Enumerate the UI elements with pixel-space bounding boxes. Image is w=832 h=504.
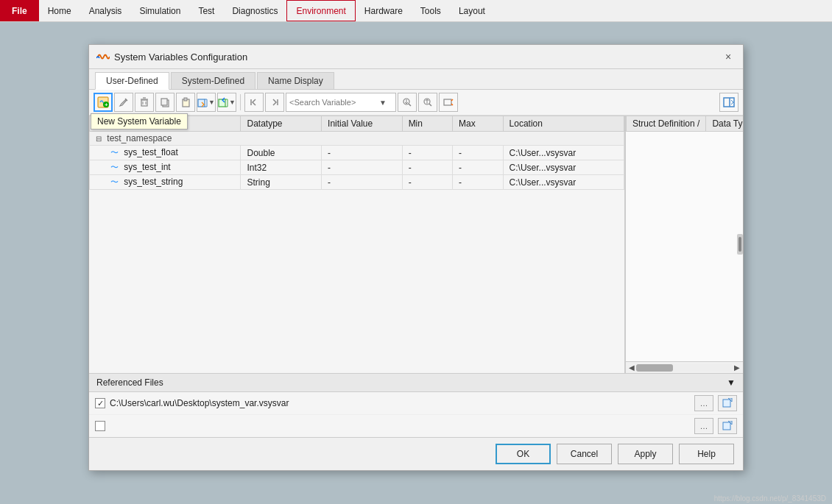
var-wave-icon: 〜 xyxy=(110,163,119,171)
help-button[interactable]: Help xyxy=(679,444,734,464)
file-checkbox-2[interactable] xyxy=(95,421,105,431)
delete-variable-button[interactable] xyxy=(135,93,154,112)
col-data-type: Data Type xyxy=(706,116,743,132)
var-initial-1: - xyxy=(322,146,403,160)
menu-layout[interactable]: Layout xyxy=(450,0,494,21)
ok-button[interactable]: OK xyxy=(496,444,551,464)
var-min-1: - xyxy=(402,146,452,160)
next-button[interactable] xyxy=(265,93,284,112)
cancel-button[interactable]: Cancel xyxy=(557,444,612,464)
edit-variable-button[interactable] xyxy=(114,93,133,112)
new-variable-button[interactable]: + xyxy=(94,93,113,112)
var-min-3: - xyxy=(402,175,452,190)
col-min: Min xyxy=(402,116,452,132)
var-max-3: - xyxy=(453,175,503,190)
referenced-files-section: Referenced Files ▼ C:\Users\carl.wu\Desk… xyxy=(89,373,743,437)
menu-test[interactable]: Test xyxy=(189,0,223,21)
copy-button[interactable] xyxy=(155,93,174,112)
search-box[interactable]: ▼ xyxy=(286,93,396,112)
col-initial: Initial Value xyxy=(322,116,403,132)
search-prev-button[interactable] xyxy=(398,93,417,112)
menu-diagnostics[interactable]: Diagnostics xyxy=(223,0,286,21)
scroll-thumb[interactable] xyxy=(636,364,673,372)
menubar: File Home Analysis Simulation Test Diagn… xyxy=(0,0,832,22)
horizontal-scrollbar[interactable]: ◀ ▶ xyxy=(626,361,743,373)
file-browse-btn-1[interactable]: … xyxy=(694,395,713,411)
toolbar: + xyxy=(89,90,743,116)
apply-button[interactable]: Apply xyxy=(618,444,673,464)
struct-panel: Struct Definition / Data Type ◀ xyxy=(625,116,743,373)
menu-simulation[interactable]: Simulation xyxy=(130,0,189,21)
tab-name-display[interactable]: Name Display xyxy=(257,72,334,89)
col-datatype: Datatype xyxy=(241,116,322,132)
ref-file-row-2: … xyxy=(89,415,743,437)
content-area: Variable Datatype Initial Value Min Max … xyxy=(89,116,743,373)
file-browse-btn-2[interactable]: … xyxy=(694,418,713,434)
svg-rect-13 xyxy=(198,99,205,107)
menu-hardware[interactable]: Hardware xyxy=(356,0,412,21)
svg-rect-26 xyxy=(724,98,734,107)
ref-files-label: Referenced Files xyxy=(96,377,163,388)
svg-rect-30 xyxy=(723,400,730,407)
settings-button[interactable] xyxy=(439,93,458,112)
search-next-button[interactable] xyxy=(418,93,437,112)
svg-line-18 xyxy=(409,104,411,106)
watermark-text: https://blog.csdn.net/p/_8341453D xyxy=(714,494,826,503)
file-action-btn-1[interactable] xyxy=(718,395,737,411)
scroll-right-arrow[interactable]: ▶ xyxy=(734,363,740,372)
close-button[interactable]: × xyxy=(721,49,736,64)
svg-rect-4 xyxy=(141,100,147,106)
import-button[interactable]: ▼ xyxy=(197,93,216,112)
col-struct-def: Struct Definition / xyxy=(627,116,706,132)
table-row[interactable]: 〜 sys_test_string String - - - C:\User..… xyxy=(90,175,624,190)
svg-rect-32 xyxy=(723,422,730,430)
svg-rect-12 xyxy=(184,98,187,101)
table-row[interactable]: 〜 sys_test_int Int32 - - - C:\User...vsy… xyxy=(90,160,624,175)
dialog-titlebar: System Variables Configuration × xyxy=(89,45,743,69)
collapse-panel-button[interactable] xyxy=(719,93,738,112)
var-location-1: C:\User...vsysvar xyxy=(503,146,624,160)
expand-icon[interactable]: ⊟ xyxy=(96,135,102,143)
modal-backdrop: System Variables Configuration × User-De… xyxy=(0,22,832,504)
file-action-btn-2[interactable] xyxy=(718,418,737,434)
var-max-2: - xyxy=(453,160,503,175)
menu-tools[interactable]: Tools xyxy=(412,0,450,21)
svg-line-21 xyxy=(429,104,431,106)
var-wave-icon: 〜 xyxy=(110,148,119,157)
paste-button[interactable] xyxy=(176,93,195,112)
table-row[interactable]: 〜 sys_test_float Double - - - C:\User...… xyxy=(90,146,624,160)
var-initial-2: - xyxy=(322,160,403,175)
svg-text:+: + xyxy=(105,102,108,108)
var-name-1: sys_test_float xyxy=(124,147,177,157)
file-path-1: C:\Users\carl.wu\Desktop\system_var.vsys… xyxy=(110,398,690,408)
menu-environment[interactable]: Environment xyxy=(286,0,355,21)
search-input[interactable] xyxy=(289,98,378,107)
svg-line-29 xyxy=(731,102,733,104)
svg-rect-14 xyxy=(219,99,225,107)
search-dropdown-arrow[interactable]: ▼ xyxy=(379,99,387,107)
col-max: Max xyxy=(453,116,503,132)
tab-user-defined[interactable]: User-Defined xyxy=(95,72,169,90)
var-max-1: - xyxy=(453,146,503,160)
var-datatype-2: Int32 xyxy=(241,160,322,175)
dialog-footer: OK Cancel Apply Help xyxy=(89,437,743,470)
menu-home[interactable]: Home xyxy=(39,0,80,21)
prev-button[interactable] xyxy=(244,93,264,112)
svg-rect-23 xyxy=(444,99,451,105)
system-variables-dialog: System Variables Configuration × User-De… xyxy=(88,44,744,471)
var-initial-3: - xyxy=(322,175,403,190)
file-checkbox-1[interactable] xyxy=(95,398,105,408)
struct-header-row: Struct Definition / Data Type xyxy=(627,116,744,132)
menu-analysis[interactable]: Analysis xyxy=(80,0,131,21)
resize-handle[interactable] xyxy=(737,234,743,255)
ref-files-collapse-icon[interactable]: ▼ xyxy=(727,377,736,388)
var-datatype-1: Double xyxy=(241,146,322,160)
scroll-left-arrow[interactable]: ◀ xyxy=(629,363,635,372)
var-wave-icon: 〜 xyxy=(110,177,119,186)
var-name-3: sys_test_string xyxy=(124,177,183,187)
export-button[interactable]: ▼ xyxy=(217,93,236,112)
col-location: Location xyxy=(503,116,624,132)
tab-system-defined[interactable]: System-Defined xyxy=(171,72,255,89)
menu-file[interactable]: File xyxy=(0,0,39,21)
wave-icon xyxy=(96,50,110,63)
